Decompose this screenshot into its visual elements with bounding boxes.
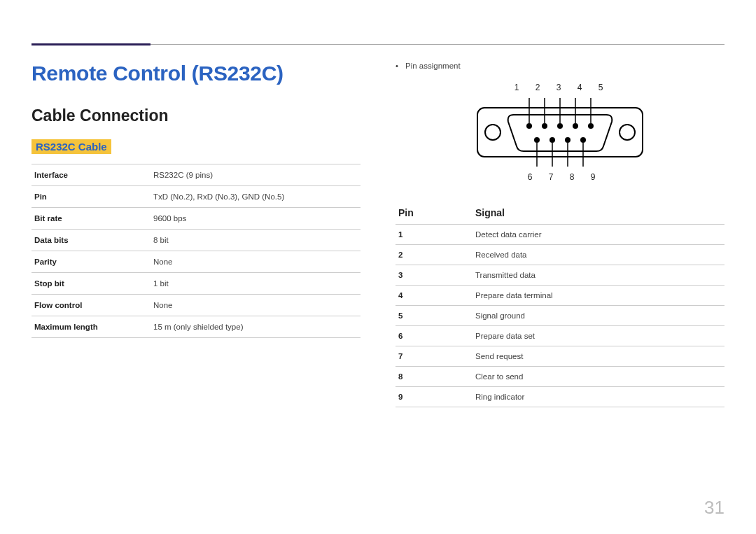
pin-number: 9 — [396, 387, 472, 407]
svg-point-1 — [485, 125, 500, 140]
table-row: 1Detect data carrier — [396, 225, 724, 245]
table-row: 7Send request — [396, 346, 724, 367]
pin-number: 6 — [396, 326, 472, 346]
spec-key: Bit rate — [31, 208, 150, 230]
pin-number: 7 — [396, 346, 472, 367]
connector-diagram: 1 2 3 4 5 — [469, 83, 651, 182]
bullet-icon: • — [396, 62, 405, 70]
spec-value: None — [150, 295, 360, 316]
spec-key: Interface — [31, 164, 150, 186]
pin-signal: Send request — [472, 346, 724, 367]
pin-signal: Signal ground — [472, 306, 724, 326]
spec-table: InterfaceRS232C (9 pins)PinTxD (No.2), R… — [31, 164, 360, 338]
pin-number: 4 — [396, 286, 472, 306]
signal-table: Pin Signal 1Detect data carrier2Received… — [396, 202, 724, 407]
table-row: 5Signal ground — [396, 306, 724, 326]
left-column: Remote Control (RS232C) Cable Connection… — [31, 62, 360, 407]
spec-key: Pin — [31, 186, 150, 208]
section-heading: Cable Connection — [31, 106, 360, 125]
pin-assignment-label: •Pin assignment — [396, 62, 724, 70]
svg-point-2 — [620, 125, 635, 140]
table-row: 2Received data — [396, 245, 724, 265]
spec-key: Maximum length — [31, 316, 150, 338]
pin-signal: Ring indicator — [472, 387, 724, 407]
svg-point-4 — [542, 123, 547, 129]
pin-labels-bottom: 6 7 8 9 — [469, 172, 651, 182]
signal-table-header-signal: Signal — [472, 202, 724, 225]
page-number: 31 — [704, 497, 724, 519]
spec-key: Data bits — [31, 230, 150, 251]
svg-point-9 — [550, 137, 555, 143]
pin-number: 2 — [396, 245, 472, 265]
pin-number: 1 — [396, 225, 472, 245]
subheading-highlight: RS232C Cable — [31, 139, 111, 154]
svg-point-3 — [526, 123, 532, 129]
svg-point-7 — [588, 123, 594, 129]
header-accent — [31, 43, 150, 45]
table-row: Maximum length15 m (only shielded type) — [31, 316, 360, 338]
pin-signal: Prepare data terminal — [472, 286, 724, 306]
svg-point-10 — [565, 137, 570, 143]
pin-number: 3 — [396, 265, 472, 286]
svg-point-5 — [557, 123, 563, 129]
table-row: 9Ring indicator — [396, 387, 724, 407]
spec-value: RS232C (9 pins) — [150, 164, 360, 186]
table-row: 8Clear to send — [396, 367, 724, 387]
pin-signal: Received data — [472, 245, 724, 265]
spec-value: None — [150, 251, 360, 273]
table-row: Flow controlNone — [31, 295, 360, 316]
db9-connector-icon — [476, 94, 644, 171]
table-row: Bit rate9600 bps — [31, 208, 360, 230]
right-column: •Pin assignment 1 2 3 4 5 — [396, 62, 724, 407]
spec-value: 1 bit — [150, 273, 360, 295]
table-row: 3Transmitted data — [396, 265, 724, 286]
spec-value: TxD (No.2), RxD (No.3), GND (No.5) — [150, 186, 360, 208]
pin-number: 5 — [396, 306, 472, 326]
signal-table-header-pin: Pin — [396, 202, 472, 225]
pin-labels-top: 1 2 3 4 5 — [469, 83, 651, 92]
svg-point-8 — [534, 137, 540, 143]
table-row: Stop bit1 bit — [31, 273, 360, 295]
pin-number: 8 — [396, 367, 472, 387]
spec-value: 8 bit — [150, 230, 360, 251]
pin-signal: Detect data carrier — [472, 225, 724, 245]
page-title: Remote Control (RS232C) — [31, 62, 360, 85]
table-row: ParityNone — [31, 251, 360, 273]
spec-key: Stop bit — [31, 273, 150, 295]
table-row: 4Prepare data terminal — [396, 286, 724, 306]
pin-signal: Transmitted data — [472, 265, 724, 286]
table-row: Data bits8 bit — [31, 230, 360, 251]
spec-key: Flow control — [31, 295, 150, 316]
spec-key: Parity — [31, 251, 150, 273]
table-row: 6Prepare data set — [396, 326, 724, 346]
pin-signal: Prepare data set — [472, 326, 724, 346]
pin-signal: Clear to send — [472, 367, 724, 387]
table-row: PinTxD (No.2), RxD (No.3), GND (No.5) — [31, 186, 360, 208]
svg-point-11 — [580, 137, 586, 143]
svg-point-6 — [573, 123, 578, 129]
content-area: Remote Control (RS232C) Cable Connection… — [31, 62, 724, 407]
spec-value: 9600 bps — [150, 208, 360, 230]
spec-value: 15 m (only shielded type) — [150, 316, 360, 338]
table-row: InterfaceRS232C (9 pins) — [31, 164, 360, 186]
